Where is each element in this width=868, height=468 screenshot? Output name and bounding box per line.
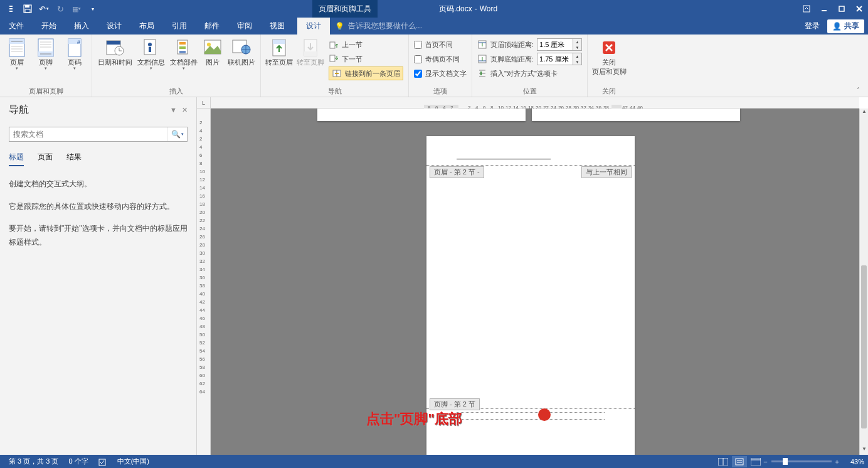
checkbox[interactable] [414,70,422,78]
different-odd-even-checkbox[interactable]: 奇偶页不同 [414,52,467,66]
document-title: 页码.docx - Word [439,4,497,14]
previous-section-button[interactable]: 上一节 [329,38,403,51]
nav-tab-headings[interactable]: 标题 [9,152,24,166]
spin-up[interactable]: ▲ [573,39,581,45]
diff-odd-even-label: 奇偶页不同 [425,55,460,64]
undo-button[interactable]: ↶▾ [36,1,51,16]
date-time-button[interactable]: 日期和时间 [95,36,135,67]
maximize-button[interactable] [833,0,850,18]
checkbox[interactable] [414,41,422,49]
tab-design[interactable]: 设计 [98,18,130,35]
svg-rect-46 [330,42,335,48]
qat-item[interactable]: ▦▾ [69,1,84,16]
tell-me-search[interactable]: 💡 告诉我您想要做什么... [335,18,422,35]
share-icon: 👤 [832,22,842,31]
search-go-button[interactable]: 🔍▾ [167,127,187,141]
tab-mailings[interactable]: 邮件 [196,18,228,35]
document-canvas[interactable]: 页眉 - 第 2 节 - 与上一节相同 页脚 - 第 2 节 点击"页脚"底部 [211,109,859,455]
group-close: 关闭 页眉和页脚 关闭 [588,35,630,97]
spin-down[interactable]: ▼ [573,45,581,50]
word-menu-icon[interactable] [4,1,19,16]
footer-icon [36,38,56,58]
group-label: 插入 [95,87,258,97]
header-top-input[interactable] [537,38,573,51]
scroll-down-button[interactable]: ▼ [860,446,868,455]
minimize-button[interactable] [815,0,833,18]
nav-help-p1: 创建文档的交互式大纲。 [9,178,188,191]
spell-check-icon[interactable] [93,457,112,466]
qat-customize[interactable]: ▾ [85,1,100,16]
svg-rect-36 [179,46,186,49]
svg-rect-63 [736,459,743,465]
zoom-slider[interactable] [771,460,832,462]
goto-footer-button[interactable]: 转至页脚 [295,36,326,67]
footer-button[interactable]: 页脚▾ [31,36,60,71]
ribbon-display-options[interactable] [798,0,815,18]
page-indicator[interactable]: 第 3 页，共 3 页 [4,457,63,466]
goto-header-button[interactable]: 转至页眉 [263,36,295,67]
link-icon [332,68,342,78]
search-input[interactable] [9,127,167,141]
insert-alignment-tab-button[interactable]: 插入"对齐方式"选项卡 [477,66,582,80]
collapse-ribbon-button[interactable]: ˄ [857,87,865,95]
scrollbar-thumb[interactable] [861,265,867,428]
tab-references[interactable]: 引用 [163,18,196,35]
vertical-scrollbar[interactable]: ▲ ▼ [859,109,868,455]
different-first-page-checkbox[interactable]: 首页不同 [414,38,467,51]
save-button[interactable] [20,1,35,16]
tab-insert[interactable]: 插入 [65,18,98,35]
doc-parts-button[interactable]: 文档部件▾ [167,36,200,71]
page[interactable]: 页眉 - 第 2 节 - 与上一节相同 页脚 - 第 2 节 [426,136,635,455]
next-section-button[interactable]: 下一节 [329,52,403,66]
group-insert: 日期和时间 文档信息▾ 文档部件▾ 图片 联机图片 插入 [92,35,261,97]
print-layout-button[interactable] [732,456,747,467]
tab-home[interactable]: 开始 [33,18,65,35]
svg-point-32 [148,43,152,46]
nav-close-button[interactable]: ✕ [182,106,188,114]
page-number-button[interactable]: # 页码▾ [60,36,89,71]
nav-tab-results[interactable]: 结果 [66,152,82,166]
nav-tab-pages[interactable]: 页面 [38,152,53,166]
online-picture-button[interactable]: 联机图片 [225,36,258,67]
close-header-footer-button[interactable]: 关闭 页眉和页脚 [590,36,628,77]
tab-file[interactable]: 文件 [0,18,33,35]
word-count[interactable]: 0 个字 [63,457,93,466]
tab-header-footer-design[interactable]: 设计 [297,18,330,35]
close-button[interactable] [850,0,868,18]
doc-info-button[interactable]: 文档信息▾ [135,36,167,71]
picture-button[interactable]: 图片 [200,36,225,67]
svg-rect-45 [304,51,317,56]
group-header-footer: 页眉▾ 页脚▾ # 页码▾ 页眉和页脚 [0,35,92,97]
checkbox[interactable] [414,55,422,63]
zoom-level[interactable]: 43% [843,458,864,465]
zoom-in-button[interactable]: + [835,458,839,465]
tab-view[interactable]: 视图 [261,18,294,35]
read-mode-button[interactable] [716,456,731,467]
redo-button[interactable]: ↻ [53,1,68,16]
vertical-ruler[interactable]: 2424681012141618202224262830323436384042… [197,109,211,455]
nav-search: 🔍▾ [9,127,188,142]
link-prev-label: 链接到前一条页眉 [345,69,400,78]
header-button[interactable]: 页眉▾ [3,36,31,71]
spin-down[interactable]: ▼ [573,59,581,65]
share-button[interactable]: 👤共享 [827,19,864,33]
login-button[interactable]: 登录 [800,21,825,31]
zoom-out-button[interactable]: − [763,458,767,465]
footer-bottom-input[interactable] [537,53,573,65]
web-layout-button[interactable] [748,456,763,467]
spin-up[interactable]: ▲ [573,53,581,59]
language-indicator[interactable]: 中文(中国) [112,457,154,466]
svg-rect-4 [25,5,29,8]
scroll-up-button[interactable]: ▲ [860,109,868,117]
horizontal-ruler[interactable]: L 86422468101214161820222426283032343638… [197,97,859,109]
nav-dropdown-button[interactable]: ▼ [170,106,177,114]
ruler-corner[interactable]: L [197,97,211,109]
tab-review[interactable]: 审阅 [228,18,261,35]
title-bar: ↶▾ ↻ ▦▾ ▾ 页眉和页脚工具 页码.docx - Word [0,0,868,18]
link-to-previous-button[interactable]: 链接到前一条页眉 [329,66,403,80]
nav-help-p3: 要开始，请转到"开始"选项卡，并向文档中的标题应用标题样式。 [9,222,188,249]
show-text-label: 显示文档文字 [425,69,467,78]
show-document-text-checkbox[interactable]: 显示文档文字 [414,66,467,80]
zoom-slider-knob[interactable] [783,458,788,465]
tab-layout[interactable]: 布局 [130,18,163,35]
